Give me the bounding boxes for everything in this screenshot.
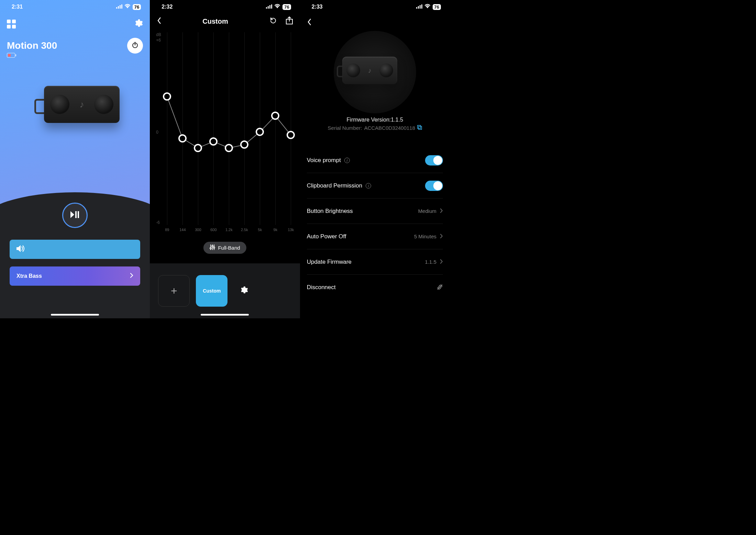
eq-node[interactable] <box>163 92 171 101</box>
row-label: Auto Power Off <box>307 233 346 240</box>
status-time: 2:31 <box>12 4 23 10</box>
eq-ybot: -6 <box>156 220 160 225</box>
row-auto-power-off[interactable]: Auto Power Off 5 Minutes <box>307 224 443 249</box>
svg-rect-12 <box>269 5 270 9</box>
home-indicator[interactable] <box>51 314 99 316</box>
eq-chart: dB +6 0 -6 891443006001.2k2.5k5k9k13k <box>157 32 293 232</box>
eq-xlabel: 5k <box>258 228 262 232</box>
wifi-icon <box>274 4 280 10</box>
device-battery-icon <box>7 53 15 58</box>
battery-badge: 76 <box>133 4 141 10</box>
battery-badge: 76 <box>433 4 441 10</box>
chevron-right-icon <box>440 259 443 265</box>
eq-xlabel: 13k <box>288 228 294 232</box>
eq-node[interactable] <box>287 131 295 139</box>
eq-node[interactable] <box>271 112 279 120</box>
eq-xlabel: 9k <box>274 228 278 232</box>
row-update-firmware[interactable]: Update Firmware 1.1.5 <box>307 249 443 275</box>
status-indicators: 76 <box>266 4 291 10</box>
eq-xlabel: 300 <box>195 228 201 232</box>
svg-rect-25 <box>418 125 421 128</box>
toggle-clipboard[interactable] <box>425 181 443 191</box>
apps-grid-icon[interactable] <box>7 20 16 29</box>
eq-gridline <box>229 32 229 225</box>
status-indicators: 76 <box>116 4 141 10</box>
eq-db-label: dB <box>156 32 161 37</box>
preset-label: Custom <box>203 288 221 294</box>
eq-gridline <box>291 32 291 225</box>
eq-gridline <box>275 32 276 225</box>
play-pause-icon <box>70 211 79 220</box>
svg-marker-6 <box>70 211 74 218</box>
play-pause-button[interactable] <box>62 203 88 228</box>
svg-rect-10 <box>266 7 267 9</box>
svg-rect-2 <box>120 5 121 9</box>
power-button[interactable] <box>127 38 143 54</box>
product-image: ♪ <box>30 86 120 130</box>
eq-settings-button[interactable] <box>239 286 248 296</box>
eq-node[interactable] <box>194 144 202 152</box>
eq-node[interactable] <box>240 140 248 149</box>
volume-bar[interactable] <box>10 240 140 259</box>
xtra-bass-button[interactable]: Xtra Bass <box>10 266 140 286</box>
status-time: 2:32 <box>162 4 173 10</box>
svg-rect-13 <box>271 4 272 9</box>
chevron-right-icon <box>130 273 133 280</box>
status-indicators: 76 <box>416 4 441 10</box>
eq-ymid: 0 <box>156 130 158 135</box>
svg-rect-21 <box>416 7 417 9</box>
eq-xlabel: 600 <box>210 228 216 232</box>
svg-rect-1 <box>118 6 119 9</box>
volume-icon <box>16 245 25 254</box>
copy-icon[interactable] <box>417 125 422 131</box>
svg-rect-8 <box>78 211 79 218</box>
svg-rect-0 <box>116 7 117 9</box>
row-label: Disconnect <box>307 284 336 291</box>
cellular-icon <box>116 4 122 10</box>
eq-gridline <box>244 32 245 225</box>
status-time: 2:33 <box>312 4 323 10</box>
preset-toolbar: + Custom <box>150 263 300 318</box>
status-bar: 2:32 76 <box>150 0 300 14</box>
svg-point-18 <box>210 248 211 249</box>
row-disconnect[interactable]: Disconnect <box>307 275 443 300</box>
toggle-voice-prompt[interactable] <box>425 155 443 166</box>
settings-icon[interactable] <box>133 19 143 30</box>
row-clipboard-permission[interactable]: Clipboard Permission i <box>307 173 443 198</box>
row-voice-prompt[interactable]: Voice prompt i <box>307 148 443 173</box>
reset-icon[interactable] <box>269 16 277 26</box>
xtra-bass-label: Xtra Bass <box>16 273 42 279</box>
row-label: Clipboard Permission <box>307 182 363 189</box>
eq-node[interactable] <box>225 144 233 152</box>
status-bar: 2:33 76 <box>300 0 450 14</box>
preset-custom[interactable]: Custom <box>196 275 227 307</box>
full-band-label: Full-Band <box>218 245 240 251</box>
back-button[interactable] <box>307 18 312 27</box>
row-label: Voice prompt <box>307 157 341 164</box>
row-value: 5 Minutes <box>414 234 436 239</box>
info-icon[interactable]: i <box>344 158 350 163</box>
home-indicator[interactable] <box>201 314 249 316</box>
svg-point-19 <box>212 246 213 247</box>
svg-rect-11 <box>268 6 269 9</box>
settings-list: Voice prompt i Clipboard Permission i Bu… <box>307 148 443 300</box>
row-button-brightness[interactable]: Button Brightness Medium <box>307 198 443 224</box>
share-icon[interactable] <box>286 16 293 26</box>
wifi-icon <box>124 4 131 10</box>
row-value: Medium <box>418 208 436 214</box>
eq-node[interactable] <box>178 134 187 143</box>
add-preset-button[interactable]: + <box>158 275 190 307</box>
status-bar: 2:31 76 <box>0 0 150 14</box>
row-label: Update Firmware <box>307 259 352 265</box>
eq-xlabel: 2.5k <box>241 228 248 232</box>
device-name: Motion 300 <box>7 40 57 51</box>
firmware-version: Firmware Version:1.1.5 <box>300 117 450 123</box>
eq-gridline <box>167 32 167 225</box>
eq-node[interactable] <box>256 128 264 136</box>
row-value: 1.1.5 <box>425 259 436 265</box>
plus-icon: + <box>171 285 177 297</box>
eq-node[interactable] <box>209 137 218 146</box>
info-icon[interactable]: i <box>366 183 371 189</box>
full-band-button[interactable]: Full-Band <box>203 242 246 254</box>
back-button[interactable] <box>157 16 162 26</box>
